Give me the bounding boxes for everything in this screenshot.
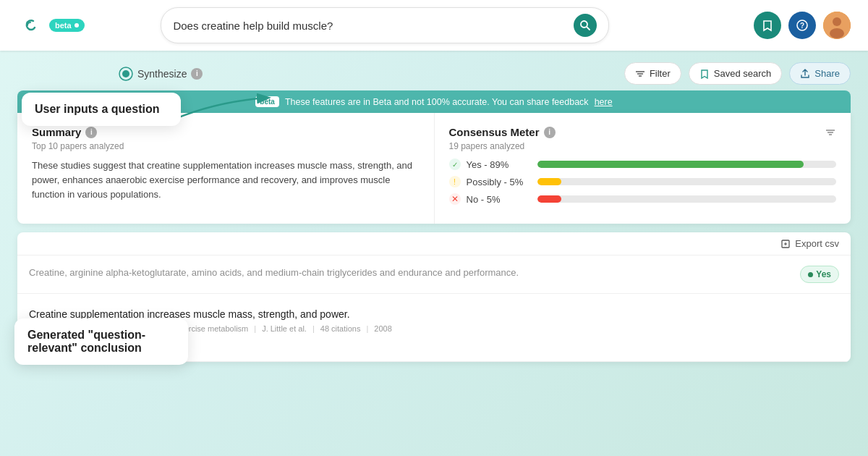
yes-dot-icon: ✓ [449, 159, 461, 170]
share-button[interactable]: Share [789, 62, 851, 85]
meta-sep-2: | [312, 324, 315, 333]
beta-badge: beta [49, 19, 85, 32]
bar-row-possibly: ! Possibly - 5% [449, 176, 837, 187]
possibly-label: Possibly - 5% [467, 177, 532, 187]
summary-info-icon[interactable]: i [85, 127, 97, 138]
callout-user-input: User inputs a question [22, 93, 181, 126]
beta-dot [75, 23, 79, 28]
synthesize-icon [119, 67, 133, 81]
filter-icon [635, 69, 645, 79]
toolbar: Synthesize i Filter Saved search Share [17, 59, 851, 85]
synthesize-info-icon[interactable]: i [191, 68, 203, 80]
share-icon [800, 69, 810, 79]
help-icon: ? [796, 19, 809, 32]
result-item-top: Creatine, arginine alpha-ketoglutarate, … [29, 266, 839, 283]
yes-label: Yes - 89% [467, 159, 532, 170]
summary-title: Summary i [32, 126, 420, 138]
user-avatar[interactable] [823, 12, 851, 39]
result-authors: J. Little et al. [262, 324, 307, 333]
feedback-link[interactable]: here [595, 97, 613, 107]
search-icon [579, 20, 591, 31]
synthesize-row: Synthesize i [17, 67, 203, 81]
bookmark-icon [761, 19, 774, 32]
consensus-filter-icon [825, 127, 836, 138]
help-button[interactable]: ? [788, 12, 816, 39]
no-label: No - 5% [467, 194, 532, 205]
bookmark-button[interactable] [754, 12, 781, 39]
synthesize-label: Synthesize [137, 68, 187, 80]
summary-subtitle: Top 10 papers analyzed [32, 141, 420, 151]
consensus-bars: ✓ Yes - 89% ! Possibly - 5% ✕ [449, 159, 837, 205]
result-item-truncated: Creatine, arginine alpha-ketoglutarate, … [17, 256, 851, 294]
app-logo[interactable] [17, 12, 43, 38]
beta-tag: beta [255, 96, 279, 107]
possibly-bar-fill [537, 178, 561, 185]
possibly-bar-track [537, 178, 837, 185]
results-header: Export csv [17, 232, 851, 256]
export-icon [780, 239, 791, 249]
bar-row-no: ✕ No - 5% [449, 193, 837, 205]
yes-badge-dot [808, 272, 813, 277]
svg-line-2 [587, 27, 590, 30]
yes-badge: Yes [800, 266, 839, 283]
header: beta ? [0, 0, 868, 51]
no-bar-track [537, 195, 837, 203]
summary-text: These studies suggest that creatine supp… [32, 159, 420, 202]
search-bar [161, 7, 609, 43]
main-content: User inputs a question Generated "questi… [0, 51, 868, 371]
search-input[interactable] [173, 20, 574, 32]
svg-point-11 [122, 70, 129, 77]
svg-point-0 [17, 12, 43, 38]
svg-point-7 [830, 28, 844, 38]
no-bar-fill [537, 195, 561, 203]
search-button[interactable] [574, 14, 597, 37]
svg-point-6 [833, 17, 841, 26]
result-truncated-text: Creatine, arginine alpha-ketoglutarate, … [29, 266, 791, 280]
svg-text:?: ? [800, 22, 804, 30]
possibly-dot-icon: ! [449, 176, 461, 187]
cards-row: Summary i Top 10 papers analyzed These s… [17, 113, 851, 224]
yes-bar-fill [537, 161, 804, 168]
consensus-header: Consensus Meter i [449, 126, 837, 141]
yes-bar-track [537, 161, 837, 168]
consensus-filter-button[interactable] [825, 127, 836, 140]
consensus-info-icon[interactable]: i [544, 127, 556, 138]
meta-sep-3: | [366, 324, 368, 333]
no-dot-icon: ✕ [449, 193, 461, 205]
consensus-title: Consensus Meter i [449, 126, 556, 138]
export-csv-button[interactable]: Export csv [780, 238, 839, 249]
result-citations: 48 citations [320, 324, 361, 333]
callout-conclusion: Generated "question-relevant" conclusion [14, 318, 188, 365]
summary-card: Summary i Top 10 papers analyzed These s… [17, 113, 435, 224]
header-actions: ? [754, 12, 851, 39]
consensus-subtitle: 19 papers analyzed [449, 141, 837, 151]
logo-area: beta [17, 12, 85, 38]
saved-search-bookmark-icon [699, 69, 710, 79]
result-year: 2008 [374, 324, 391, 333]
export-label: Export csv [795, 238, 839, 249]
bar-row-yes: ✓ Yes - 89% [449, 159, 837, 170]
saved-search-button[interactable]: Saved search [689, 62, 783, 85]
meta-sep-1: | [254, 324, 256, 333]
filter-button[interactable]: Filter [624, 62, 681, 85]
consensus-card: Consensus Meter i 19 papers analyzed ✓ Y… [435, 113, 851, 224]
